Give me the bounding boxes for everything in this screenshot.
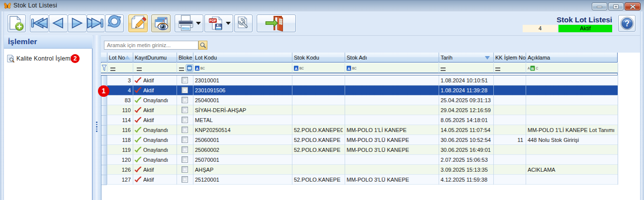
svg-text:BC: BC: [352, 67, 357, 70]
svg-text:PDF: PDF: [209, 19, 217, 22]
svg-text:B: B: [531, 67, 534, 71]
svg-text:C: C: [536, 67, 539, 70]
svg-text:A: A: [348, 67, 351, 71]
svg-text:A: A: [196, 67, 199, 71]
svg-text:A: A: [528, 67, 530, 70]
svg-text:BC: BC: [200, 67, 205, 70]
svg-text:?: ?: [625, 19, 630, 28]
svg-text:A: A: [295, 67, 298, 71]
svg-text:BC: BC: [299, 67, 304, 70]
